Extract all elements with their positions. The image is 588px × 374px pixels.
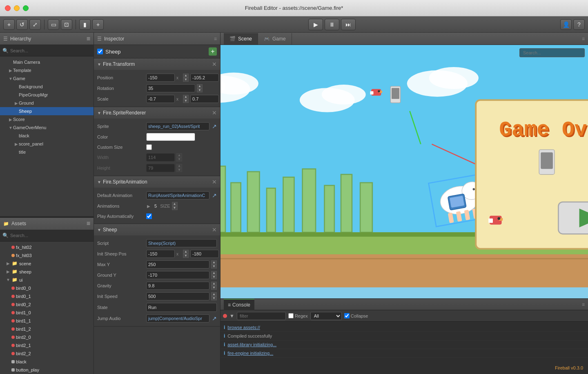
init-pos-x-stepper[interactable]: ▲ ▼ (183, 250, 189, 258)
play-button[interactable]: ▶ (308, 19, 323, 30)
sheep-header[interactable]: ▼ Sheep ✕ (94, 224, 220, 235)
stepper-down[interactable]: ▼ (197, 88, 203, 92)
asset-item-black[interactable]: black (0, 358, 94, 366)
color-swatch[interactable] (146, 133, 195, 141)
sprite-animation-close-button[interactable]: ✕ (212, 179, 217, 185)
max-y-stepper[interactable]: ▲ ▼ (211, 260, 217, 269)
assets-menu-button[interactable]: ≡ (87, 220, 90, 227)
hierarchy-item-ground[interactable]: ▶ Ground (0, 99, 94, 107)
sprite-link-button[interactable]: ↗ (212, 123, 217, 130)
scale-x-input[interactable] (146, 95, 175, 103)
asset-item-ui[interactable]: ▼ 📁 ui (0, 276, 94, 284)
stepper-down[interactable]: ▼ (211, 296, 217, 300)
hierarchy-item-sheep[interactable]: Sheep (0, 107, 94, 115)
hierarchy-item-game[interactable]: ▼ Game (0, 74, 94, 83)
scale-y-input[interactable] (190, 95, 219, 103)
assets-search-input[interactable] (10, 233, 91, 238)
asset-item-fx-hit02[interactable]: fx_hit02 (0, 243, 94, 251)
account-button[interactable]: 👤 (560, 19, 572, 30)
console-menu-button[interactable]: ≡ (582, 302, 585, 307)
stepper-up[interactable]: ▲ (183, 74, 189, 78)
rotation-stepper[interactable]: ▲ ▼ (197, 84, 203, 92)
hierarchy-search-input[interactable] (10, 48, 91, 53)
play-auto-checkbox[interactable] (146, 213, 152, 219)
tab-menu-button[interactable]: ≡ (582, 36, 585, 42)
stepper-down[interactable]: ▼ (172, 206, 178, 210)
rotation-input[interactable] (146, 84, 195, 92)
state-select[interactable]: Run Jump Dead (146, 303, 217, 312)
gravity-stepper[interactable]: ▲ ▼ (211, 282, 217, 290)
init-speed-input[interactable] (146, 292, 209, 300)
hierarchy-item-template[interactable]: ▶ Template (0, 66, 94, 74)
asset-library-link[interactable]: asset-library initializing... (227, 342, 276, 347)
default-anim-input[interactable] (146, 191, 209, 199)
step-button[interactable]: ⏭ (341, 19, 356, 30)
position-x-stepper[interactable]: ▲ ▼ (183, 74, 189, 82)
stepper-down[interactable]: ▼ (211, 264, 217, 269)
scale-x-stepper[interactable]: ▲ ▼ (183, 95, 189, 103)
ground-y-stepper[interactable]: ▲ ▼ (211, 271, 217, 279)
scene-search-input[interactable] (519, 48, 585, 57)
init-speed-stepper[interactable]: ▲ ▼ (211, 292, 217, 300)
ground-y-input[interactable] (146, 271, 209, 279)
stepper-down[interactable]: ▼ (183, 99, 189, 103)
hierarchy-item-pipegroupmgr[interactable]: PipeGroupMgr (0, 91, 94, 99)
asset-item-bird01[interactable]: bird0_1 (0, 292, 94, 300)
tab-game[interactable]: 🎮 Game (258, 33, 292, 45)
fullscreen-button[interactable]: ⤢ (29, 19, 41, 30)
asset-item-bird02[interactable]: bird0_2 (0, 300, 94, 309)
jump-audio-link-button[interactable]: ↗ (212, 315, 217, 322)
log-level-select[interactable]: All Errors Warnings (310, 312, 342, 320)
asset-item-fx-hit03[interactable]: fx_hit03 (0, 251, 94, 260)
init-pos-y-input[interactable] (190, 250, 219, 258)
stepper-up[interactable]: ▲ (211, 282, 217, 286)
hierarchy-item-title[interactable]: title (0, 148, 94, 156)
hierarchy-item-main-camera[interactable]: Main Camera (0, 58, 94, 66)
stepper-up[interactable]: ▲ (211, 292, 217, 296)
custom-size-checkbox[interactable] (146, 144, 152, 150)
hierarchy-item-score-panel[interactable]: ▶ score_panel (0, 140, 94, 148)
expand-icon[interactable]: ▶ (146, 204, 151, 208)
gravity-input[interactable] (146, 282, 209, 290)
regex-checkbox[interactable] (288, 313, 294, 318)
stepper-down[interactable]: ▼ (183, 78, 189, 82)
asset-item-bird20[interactable]: bird2_0 (0, 333, 94, 341)
asset-item-bird22[interactable]: bird2_2 (0, 349, 94, 358)
tab-scene[interactable]: 🎬 Scene (224, 33, 258, 45)
stepper-down[interactable]: ▼ (211, 275, 217, 279)
position-y-input[interactable] (190, 74, 219, 82)
filter-icon[interactable]: ▼ (229, 313, 234, 319)
sprite-renderer-close-button[interactable]: ✕ (212, 110, 217, 116)
stepper-up[interactable]: ▲ (183, 250, 189, 254)
transform-close-button[interactable]: ✕ (212, 61, 217, 67)
help-button[interactable]: ? (573, 19, 585, 30)
maximize-button[interactable] (23, 5, 29, 11)
asset-item-bird00[interactable]: bird0_0 (0, 284, 94, 292)
hierarchy-menu-button[interactable]: ≡ (87, 35, 90, 43)
animations-stepper[interactable]: ▲ ▼ (172, 202, 178, 210)
browse-assets-link[interactable]: browse assets:// (227, 325, 260, 330)
rect-tool-button[interactable]: ▭ (48, 19, 59, 30)
console-filter-input[interactable] (237, 312, 286, 320)
max-y-input[interactable] (146, 260, 209, 269)
asset-item-sheep[interactable]: ▶ 📁 sheep (0, 268, 94, 276)
fire-engine-link[interactable]: fire-engine initializing... (227, 351, 273, 356)
stepper-down[interactable]: ▼ (211, 286, 217, 290)
undo-button[interactable]: ↺ (16, 19, 28, 30)
hierarchy-item-score[interactable]: ▶ Score (0, 115, 94, 123)
position-x-input[interactable] (146, 74, 175, 82)
plus-button[interactable]: + (92, 19, 104, 30)
close-button[interactable] (5, 5, 11, 11)
add-button[interactable]: + (3, 19, 15, 30)
asset-item-bird21[interactable]: bird2_1 (0, 341, 94, 349)
jump-audio-input[interactable] (146, 314, 209, 322)
scene-viewport[interactable]: Game Over (220, 45, 588, 298)
sprite-renderer-header[interactable]: ▼ Fire.SpriteRenderer ✕ (94, 107, 220, 119)
init-pos-x-input[interactable] (146, 250, 175, 258)
script-input[interactable] (146, 239, 217, 247)
sprite-input[interactable] (146, 122, 209, 130)
minimize-button[interactable] (14, 5, 20, 11)
stepper-up[interactable]: ▲ (197, 84, 203, 88)
asset-item-bird12[interactable]: bird1_2 (0, 325, 94, 333)
pause-button[interactable]: ⏸ (325, 19, 339, 30)
